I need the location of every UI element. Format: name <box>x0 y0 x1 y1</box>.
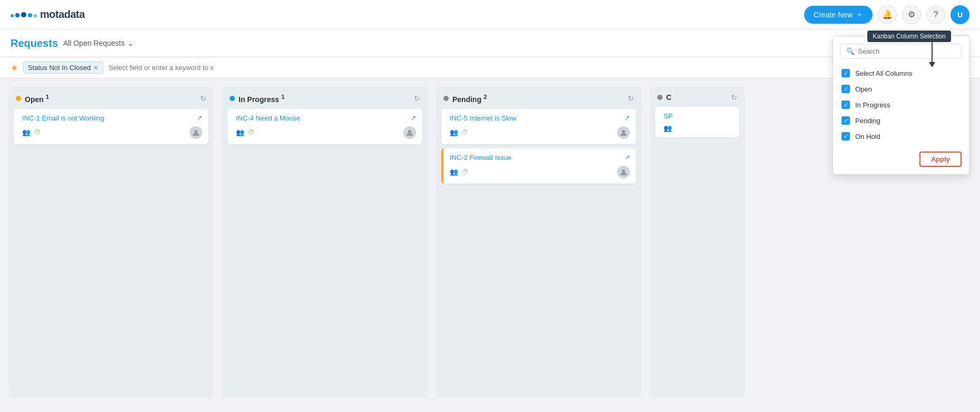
column-refresh-inprogress[interactable]: ↻ <box>414 94 420 103</box>
apply-button[interactable]: Apply <box>919 152 962 167</box>
favorite-icon[interactable]: ★ <box>11 63 18 73</box>
card-title-inc2[interactable]: INC-2 Firewall Issue ↗ <box>450 154 630 162</box>
view-selector[interactable]: All Open Requests ⌄ <box>63 39 134 47</box>
card-icons-sp: 👥 <box>664 124 672 132</box>
card-title-text: INC-1 Email is not Working <box>22 114 104 122</box>
notifications-button[interactable]: 🔔 <box>878 5 897 24</box>
dropdown-item-on-hold[interactable]: ✓ On Hold <box>840 128 962 144</box>
filter-tag-close[interactable]: ✕ <box>93 64 98 72</box>
dropdown-item-label-open: Open <box>855 85 872 93</box>
card-meta-inc2: 👥 ⏱ <box>450 166 630 178</box>
kanban-column-closed: C ↻ SP 👥 <box>650 87 745 398</box>
card-title-text-inc4: INC-4 Need a Mouse <box>236 114 300 122</box>
checkbox-open[interactable]: ✓ <box>842 85 850 93</box>
checkbox-in-progress[interactable]: ✓ <box>842 101 850 109</box>
card-title-text-inc5: INC-5 Internet is Slow <box>450 114 516 122</box>
column-header-inprogress: In Progress 1 ↻ <box>222 87 428 109</box>
card-clock-icon-inc2: ⏱ <box>461 168 468 176</box>
card-avatar-inc5 <box>617 126 630 139</box>
card-avatar-inc1 <box>190 126 202 139</box>
kanban-column-open: Open 1 ↻ INC-1 Email is not Working ↗ 👥 … <box>8 87 214 398</box>
header: motadata Create New ＋ 🔔 ⚙ ? U <box>0 0 980 29</box>
column-refresh-closed[interactable]: ↻ <box>731 93 737 102</box>
logo-text: motadata <box>40 8 85 21</box>
card-clock-icon-inc5: ⏱ <box>461 128 468 136</box>
kanban-cards-open: INC-1 Email is not Working ↗ 👥 ⏱ <box>8 109 214 398</box>
column-dot-closed <box>657 95 662 100</box>
column-dot-pending <box>443 96 449 101</box>
tooltip-text: Kanban Column Selection <box>873 33 946 40</box>
column-header-closed: C ↻ <box>650 87 745 107</box>
card-people-icon-sp: 👥 <box>664 124 672 132</box>
create-new-button[interactable]: Create New ＋ <box>804 6 873 24</box>
kanban-cards-inprogress: INC-4 Need a Mouse ↗ 👥 ⏱ <box>222 109 428 398</box>
column-title-closed: C <box>657 93 671 102</box>
card-icons-inc4: 👥 ⏱ <box>236 128 254 136</box>
external-link-icon[interactable]: ↗ <box>197 114 202 122</box>
card-meta-inc4: 👥 ⏱ <box>236 126 416 139</box>
dropdown-item-in-progress[interactable]: ✓ In Progress <box>840 97 962 113</box>
card-meta-sp: 👥 <box>664 124 733 132</box>
logo-dot-4 <box>28 13 32 17</box>
dropdown-item-open[interactable]: ✓ Open <box>840 81 962 97</box>
card-meta-inc1: 👥 ⏱ <box>22 126 202 139</box>
avatar-icon-inc5 <box>620 129 627 136</box>
help-button[interactable]: ? <box>926 5 945 24</box>
card-title-inc5[interactable]: INC-5 Internet is Slow ↗ <box>450 114 630 122</box>
page-title: Requests <box>11 37 58 49</box>
avatar-icon <box>192 129 200 136</box>
dropdown-search-container: 🔍 <box>840 44 962 59</box>
column-title-pending: Pending 2 <box>443 93 487 104</box>
column-refresh-pending[interactable]: ↻ <box>628 94 634 103</box>
kanban-card-sp: SP 👥 <box>655 107 739 137</box>
kanban-cards-closed: SP 👥 <box>650 107 745 398</box>
settings-button[interactable]: ⚙ <box>902 5 921 24</box>
checkbox-select-all[interactable]: ✓ <box>842 69 850 77</box>
column-title-label-pending: Pending 2 <box>452 93 487 104</box>
card-meta-inc5: 👥 ⏱ <box>450 126 630 139</box>
user-avatar[interactable]: U <box>951 5 969 24</box>
search-icon: 🔍 <box>846 47 855 55</box>
external-link-icon-inc2[interactable]: ↗ <box>625 154 630 161</box>
create-new-label: Create New <box>814 11 853 19</box>
card-title-text-inc2: INC-2 Firewall Issue <box>450 154 511 162</box>
logo-dot-1 <box>11 14 14 17</box>
card-title-sp[interactable]: SP <box>664 112 733 120</box>
plus-icon: ＋ <box>856 10 863 19</box>
card-avatar-inc4 <box>403 126 416 139</box>
avatar-icon-inc2 <box>620 168 627 176</box>
kanban-cards-pending: INC-5 Internet is Slow ↗ 👥 ⏱ <box>436 109 641 398</box>
checkbox-pending[interactable]: ✓ <box>842 116 850 125</box>
external-link-icon-inc4[interactable]: ↗ <box>411 114 416 122</box>
column-refresh-open[interactable]: ↻ <box>200 94 206 103</box>
view-label: All Open Requests <box>63 39 125 47</box>
dropdown-item-select-all[interactable]: ✓ Select All Columns <box>840 65 962 81</box>
column-title-label-closed: C <box>666 93 671 102</box>
card-title-text-sp: SP <box>664 112 672 120</box>
filter-search-input[interactable] <box>108 64 214 72</box>
dropdown-search-input[interactable] <box>858 47 956 55</box>
kanban-card-inc4: INC-4 Need a Mouse ↗ 👥 ⏱ <box>227 109 422 144</box>
dropdown-item-label-in-progress: In Progress <box>855 101 890 109</box>
dropdown-item-pending[interactable]: ✓ Pending <box>840 113 962 128</box>
card-people-icon-inc2: 👥 <box>450 168 458 176</box>
dropdown-item-label-on-hold: On Hold <box>855 133 880 140</box>
kanban-selector-tooltip: Kanban Column Selection <box>867 31 951 42</box>
card-title-inc1[interactable]: INC-1 Email is not Working ↗ <box>22 114 202 122</box>
card-clock-icon-inc4: ⏱ <box>248 128 254 136</box>
column-dot-open <box>16 96 21 101</box>
checkbox-on-hold[interactable]: ✓ <box>842 132 850 140</box>
card-icons-inc5: 👥 ⏱ <box>450 128 468 136</box>
column-title-open: Open 1 <box>16 93 49 104</box>
column-title-inprogress: In Progress 1 <box>230 93 284 104</box>
card-people-icon: 👥 <box>22 128 31 136</box>
card-people-icon-inc4: 👥 <box>236 128 244 136</box>
chevron-down-icon: ⌄ <box>127 39 134 47</box>
external-link-icon-inc5[interactable]: ↗ <box>625 114 630 122</box>
card-title-inc4[interactable]: INC-4 Need a Mouse ↗ <box>236 114 416 122</box>
filter-tag-label: Status Not In Closed <box>28 64 91 72</box>
filter-tag: Status Not In Closed ✕ <box>23 62 103 74</box>
card-avatar-inc2 <box>617 166 630 178</box>
card-icons-inc2: 👥 ⏱ <box>450 168 468 176</box>
column-header-open: Open 1 ↻ <box>8 87 214 109</box>
